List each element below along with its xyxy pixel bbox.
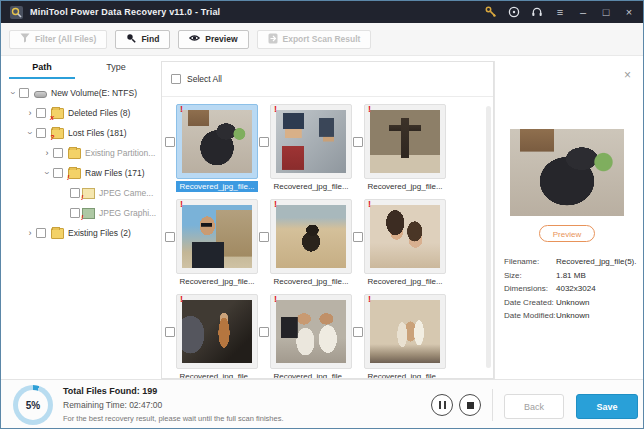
thumbnail-card[interactable]: ! <box>270 294 352 369</box>
preview-open-button[interactable]: Preview <box>539 225 595 242</box>
tree-checkbox[interactable] <box>36 108 46 118</box>
tree-item[interactable]: Existing Files (2) <box>1 223 161 243</box>
expander-icon[interactable] <box>8 87 18 99</box>
thumbnail-item[interactable]: ! Recovered_jpg_file... <box>259 104 353 199</box>
close-icon[interactable]: × <box>623 5 635 19</box>
expander-icon[interactable] <box>24 108 36 118</box>
expander-icon[interactable] <box>24 228 36 238</box>
tree-badge-icon: ! <box>67 174 69 181</box>
thumbnail-card[interactable]: ! <box>364 104 446 179</box>
tree-checkbox[interactable] <box>53 168 63 178</box>
thumbnail-item[interactable]: ! Recovered_jpg_file... <box>259 294 353 378</box>
filter-button[interactable]: Filter (All Files) <box>9 30 107 49</box>
results-panel: Select All ! Recovered_jpg_file... ! Rec… <box>161 61 494 379</box>
tree-checkbox[interactable] <box>19 88 29 98</box>
maximize-icon[interactable]: □ <box>600 5 612 19</box>
thumbnail-checkbox[interactable] <box>353 327 363 337</box>
tree-item[interactable]: ! JPEG Came... <box>1 183 161 203</box>
thumbnail-image[interactable] <box>276 205 346 268</box>
thumbnail-image[interactable] <box>182 205 252 268</box>
detail-value: 1.81 MB <box>556 269 586 283</box>
app-window: MiniTool Power Data Recovery v11.0 - Tri… <box>0 0 644 429</box>
expander-icon[interactable] <box>25 127 35 139</box>
export-scan-result-button[interactable]: Export Scan Result <box>257 30 372 49</box>
expander-icon[interactable] <box>41 148 53 158</box>
license-key-icon[interactable] <box>485 5 497 19</box>
back-button[interactable]: Back <box>504 394 564 419</box>
thumbnail-item[interactable]: ! Recovered_jpg_file... <box>353 294 447 378</box>
thumbnail-card[interactable]: ! <box>176 199 258 274</box>
tab-path[interactable]: Path <box>9 62 75 79</box>
export-button-label: Export Scan Result <box>283 34 361 44</box>
minimize-icon[interactable]: – <box>577 5 589 19</box>
thumbnail-card[interactable]: ! <box>270 104 352 179</box>
thumbnail-checkbox[interactable] <box>259 232 269 242</box>
thumbnail-checkbox[interactable] <box>259 137 269 147</box>
thumbnail-card[interactable]: ! <box>176 104 258 179</box>
thumbnail-image[interactable] <box>182 300 252 363</box>
thumbnail-card[interactable]: ! <box>364 199 446 274</box>
thumbnail-card[interactable]: ! <box>176 294 258 369</box>
thumbnail-checkbox[interactable] <box>165 232 175 242</box>
warning-icon: ! <box>274 294 277 304</box>
detail-value: Unknown <box>556 309 589 323</box>
thumbnail-label: Recovered_jpg_file... <box>364 276 446 287</box>
tree-item[interactable]: New Volume(E: NTFS) <box>1 83 161 103</box>
thumbnail-image[interactable] <box>276 300 346 363</box>
thumbnail-item[interactable]: ! Recovered_jpg_file... <box>353 199 447 294</box>
pause-scan-button[interactable] <box>431 394 453 416</box>
thumbnail-label: Recovered_jpg_file... <box>270 276 352 287</box>
tree-item[interactable]: ? Lost Files (181) <box>1 123 161 143</box>
stop-scan-button[interactable] <box>459 394 481 416</box>
menu-icon[interactable]: ≡ <box>554 5 566 19</box>
thumbnail-item[interactable]: ! Recovered_jpg_file... <box>353 104 447 199</box>
save-button[interactable]: Save <box>576 394 638 419</box>
detail-row: Date Modified: Unknown <box>504 309 644 323</box>
thumbnail-checkbox[interactable] <box>165 137 175 147</box>
tree-checkbox[interactable] <box>53 148 63 158</box>
thumbnail-image[interactable] <box>370 300 440 363</box>
thumbnail-image[interactable] <box>370 110 440 173</box>
thumbnail-label: Recovered_jpg_file... <box>176 371 258 378</box>
sidebar: Path Type New Volume(E: NTFS) x Deleted … <box>1 56 161 379</box>
support-headset-icon[interactable] <box>531 5 543 19</box>
thumbnail-image[interactable] <box>182 110 252 173</box>
tree-item-label: Raw Files (171) <box>85 168 145 178</box>
grid-scrollbar[interactable] <box>486 106 491 368</box>
tree-item[interactable]: x Deleted Files (8) <box>1 103 161 123</box>
select-all-checkbox[interactable] <box>171 74 181 84</box>
warning-icon: ! <box>180 294 183 304</box>
thumbnail-checkbox[interactable] <box>165 327 175 337</box>
thumbnail-image[interactable] <box>276 110 346 173</box>
thumbnail-item[interactable]: ! Recovered_jpg_file... <box>165 199 259 294</box>
expander-icon[interactable] <box>42 167 52 179</box>
scan-status-text: Total Files Found: 199 Remaining Time: 0… <box>63 386 284 423</box>
tree-checkbox[interactable] <box>70 208 80 218</box>
tree-checkbox[interactable] <box>70 188 80 198</box>
tab-type[interactable]: Type <box>83 62 149 79</box>
export-document-icon <box>268 33 278 46</box>
thumbnail-checkbox[interactable] <box>259 327 269 337</box>
bootable-media-disc-icon[interactable] <box>508 5 520 19</box>
tree-badge-icon: x <box>50 114 54 121</box>
find-button[interactable]: Find <box>115 30 170 49</box>
thumbnail-item[interactable]: ! Recovered_jpg_file... <box>165 104 259 199</box>
tree-checkbox[interactable] <box>36 228 46 238</box>
thumbnail-checkbox[interactable] <box>353 137 363 147</box>
tree-item[interactable]: ! Raw Files (171) <box>1 163 161 183</box>
preview-close-icon[interactable]: × <box>624 69 631 81</box>
detail-row: Dimensions: 4032x3024 <box>504 282 644 296</box>
thumbnail-checkbox[interactable] <box>353 232 363 242</box>
thumbnail-card[interactable]: ! <box>364 294 446 369</box>
thumbnail-item[interactable]: ! Recovered_jpg_file... <box>259 199 353 294</box>
detail-label: Date Created: <box>504 296 556 310</box>
tree-item[interactable]: ! JPEG Graphi... <box>1 203 161 223</box>
thumbnail-item[interactable]: ! Recovered_jpg_file... <box>165 294 259 378</box>
tree-item[interactable]: Existing Partition... <box>1 143 161 163</box>
tree-node-icon: ! <box>68 168 81 179</box>
tree-checkbox[interactable] <box>36 128 46 138</box>
thumbnail-image[interactable] <box>370 205 440 268</box>
tree-node-icon: x <box>51 108 64 119</box>
preview-button[interactable]: Preview <box>178 30 248 49</box>
thumbnail-card[interactable]: ! <box>270 199 352 274</box>
